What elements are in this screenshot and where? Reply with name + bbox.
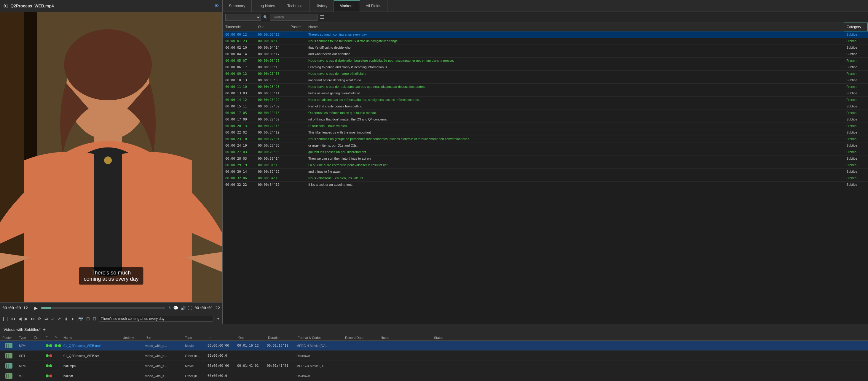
marker-category: French: [844, 149, 868, 155]
marker-row[interactable]: 00:00:17'05 00:00:19'18 Ou serrez les mê…: [223, 110, 868, 116]
marker-row[interactable]: 00:00:01'23 00:00:04'16 Nous sommes tout…: [223, 38, 868, 44]
marker-poster: [288, 38, 306, 44]
subtitle-dropdown-btn[interactable]: ▼: [216, 317, 220, 321]
marker-name: Ou serrez les mêmes mains que tout le mo…: [306, 110, 844, 116]
extra-btn[interactable]: ⊟: [92, 316, 97, 322]
marker-category: Subtitle: [844, 44, 868, 51]
marker-tc-out: 00:00:13'23: [255, 83, 288, 90]
tab-summary[interactable]: Summary: [223, 0, 252, 11]
mark-in-btn[interactable]: ↙: [51, 316, 55, 322]
marker-tc-out: 00:00:04'14: [255, 44, 288, 51]
bin-in: 00:00:00'00: [208, 364, 237, 368]
tab-history[interactable]: History: [309, 0, 334, 11]
bracket-close-btn[interactable]: ]: [6, 316, 9, 322]
bin-bin-col: video_with_s...: [145, 344, 184, 348]
bin-row[interactable]: MP4 nail.mp4 video_with_s... Movie 00:00…: [0, 361, 868, 371]
marker-tc-out: 00:00:22'13: [255, 122, 288, 129]
marker-poster: [288, 149, 306, 155]
bin-format: MPEG-4 Movie (AV...: [297, 344, 344, 348]
bin-rows-container: MP4 01_Q2Process_WEB.mp4 video_with_s...…: [0, 341, 868, 381]
marker-poster: [288, 175, 306, 181]
current-subtitle-display: There's so much coming at us every day: [99, 316, 213, 322]
green-dot: [49, 344, 52, 347]
bin-dur: 00:01:16'12: [267, 344, 297, 348]
category-filter-dropdown[interactable]: [225, 13, 261, 21]
bin-p-dots: [53, 344, 62, 347]
markers-panel: Summary Log Notes Technical History Mark…: [222, 0, 868, 324]
marker-poster: [288, 168, 306, 175]
bin-row[interactable]: VTT nail.vtt video_with_s... Other (n...…: [0, 371, 868, 381]
marker-row[interactable]: 00:00:02'10 00:00:04'14 that it's diffic…: [223, 44, 868, 51]
marker-row[interactable]: 00:00:17'09 00:00:22'02 rid of things th…: [223, 116, 868, 122]
marker-tc-out: 00:00:30'14: [255, 155, 288, 162]
speech-icon[interactable]: 💬: [173, 305, 178, 311]
marker-row[interactable]: 00:00:09'12 00:00:11'08 Nous n'avons pas…: [223, 70, 868, 77]
marker-row[interactable]: 00:00:22'02 00:00:24'19 This filter leav…: [223, 129, 868, 136]
marker-name: and what needs our attention.: [306, 51, 844, 57]
mark-out-btn[interactable]: ↗: [57, 316, 62, 322]
markers-search-input[interactable]: [270, 13, 317, 21]
marker-row[interactable]: 00:00:32'22 00:00:34'19 If it's a task o…: [223, 181, 868, 188]
marker-poster: [288, 57, 306, 64]
bin-format: MPEG-4 Movie (H....: [297, 364, 344, 368]
eye-icon[interactable]: 👁: [214, 3, 219, 9]
marker-row[interactable]: 00:00:15'11 00:00:17'09 Part of that cla…: [223, 103, 868, 110]
marker-row[interactable]: 00:00:14'12 00:00:16'22 Nous ne faisons …: [223, 96, 868, 103]
marker-row[interactable]: 00:00:24'19 00:00:28'03 or urgent items,…: [223, 142, 868, 149]
marker-row[interactable]: 00:00:30'14 00:00:32'22 and things to fi…: [223, 168, 868, 175]
next-marker-btn[interactable]: ⏵: [70, 316, 76, 322]
marker-row[interactable]: 00:00:28'03 00:00:30'14 Then we can sort…: [223, 155, 868, 162]
tab-all-fields[interactable]: All Fields: [360, 0, 388, 11]
play-button[interactable]: ▶: [34, 305, 38, 311]
add-bin-button[interactable]: +: [43, 327, 45, 332]
marker-name: rid of things that don't matter, the Q3 …: [306, 116, 844, 122]
marker-row[interactable]: 00:00:10'13 00:00:13'03 important before…: [223, 77, 868, 83]
snapshot-btn[interactable]: 📷: [78, 316, 84, 322]
marker-row[interactable]: 00:00:29'19 00:00:31'19 Là où une autre …: [223, 162, 868, 168]
film-icon: [5, 343, 12, 348]
marker-row[interactable]: 00:00:00'12 00:00:02'10 There's so much …: [223, 31, 868, 38]
green-dot: [45, 344, 49, 347]
tab-log-notes[interactable]: Log Notes: [252, 0, 281, 11]
marker-row[interactable]: 00:00:32'06 00:00:34'13 Nous valorisons.…: [223, 175, 868, 181]
markers-menu-icon[interactable]: ☰: [320, 14, 324, 20]
bin-filename: nail.vtt: [62, 374, 122, 378]
play-forward-btn[interactable]: ▶: [24, 316, 28, 322]
marker-row[interactable]: 00:00:06'17 00:00:10'13 Learning to paus…: [223, 64, 868, 70]
marker-category: Subtitle: [844, 181, 868, 188]
marker-tc-in: 00:00:15'11: [223, 103, 255, 110]
marker-row[interactable]: 00:00:11'10 00:00:13'23 Nous n'avons pas…: [223, 83, 868, 90]
markers-table: Timecode Out Poster Name Category 00:00:…: [223, 23, 868, 324]
marker-tc-out: 00:00:06'17: [255, 51, 288, 57]
step-forward-btn[interactable]: ⏭: [30, 316, 36, 322]
srt-icon: [5, 353, 12, 358]
tab-technical[interactable]: Technical: [281, 0, 309, 11]
tab-markers[interactable]: Markers: [334, 0, 360, 11]
marker-row[interactable]: 00:00:23'10 00:00:27'01 Nous sommes un g…: [223, 136, 868, 142]
marker-name: There's so much coming at us every day: [306, 31, 844, 38]
bracket-open-btn[interactable]: [: [2, 316, 5, 322]
volume-icon[interactable]: 🔊: [181, 305, 186, 311]
bin-row[interactable]: SRT 01_Q2Process_WEB.srt video_with_s...…: [0, 351, 868, 361]
marker-poster: [288, 155, 306, 162]
marker-tc-in: 00:00:06'17: [223, 64, 255, 70]
marker-poster: [288, 51, 306, 57]
loop-btn[interactable]: ⟳: [37, 316, 42, 322]
marker-tc-in: 00:00:27'03: [223, 149, 255, 155]
marker-row[interactable]: 00:00:13'03 00:00:15'11 helps us avoid g…: [223, 90, 868, 96]
marker-name: and things to file away.: [306, 168, 844, 175]
bin-format: Unknown: [297, 374, 344, 378]
marker-poster: [288, 181, 306, 188]
marker-row[interactable]: 00:00:20'13 00:00:22'13 Et tout cela... …: [223, 122, 868, 129]
marker-row[interactable]: 00:00:04'14 00:00:06'17 and what needs o…: [223, 51, 868, 57]
marker-row[interactable]: 00:00:05'07 00:00:08'23 Nous n'avons pas…: [223, 57, 868, 64]
play-backward-btn[interactable]: ◀: [18, 316, 22, 322]
sync-btn[interactable]: ⇄: [44, 316, 49, 322]
expand-icon[interactable]: ⛶: [188, 305, 192, 311]
prev-marker-btn[interactable]: ⏴: [63, 316, 69, 322]
marker-row[interactable]: 00:00:27'03 00:00:29'03 qui font les cho…: [223, 149, 868, 155]
step-back-btn[interactable]: ⏮: [11, 316, 16, 322]
timeline-scrubber[interactable]: [41, 307, 165, 309]
match-frame-btn[interactable]: ⊞: [86, 316, 90, 322]
bin-row[interactable]: MP4 01_Q2Process_WEB.mp4 video_with_s...…: [0, 341, 868, 351]
